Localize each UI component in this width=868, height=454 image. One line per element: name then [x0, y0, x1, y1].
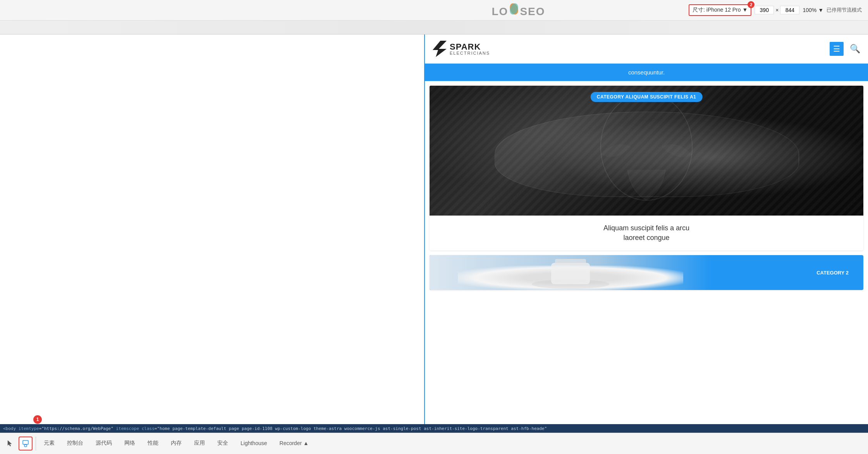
- page-tab-bar: [0, 21, 868, 35]
- logo-lo: LO: [492, 5, 508, 17]
- card2-image: [430, 255, 712, 290]
- card-body-1: Aliquam suscipit felis a arcu laoreet co…: [430, 216, 863, 250]
- devtools-bar: 元素 控制台 源代码 网络 性能 内存 应用 安全 Lighthouse Rec…: [0, 433, 868, 454]
- mobile-card-2: CATEGORY 2: [430, 255, 863, 290]
- search-icon[interactable]: 🔍: [850, 44, 860, 54]
- tab-lighthouse[interactable]: Lighthouse: [234, 433, 273, 454]
- size-label: 尺寸: iPhone 12 Pro ▼: [693, 7, 748, 14]
- spark-bolt-icon: [433, 41, 447, 57]
- logo-area: LO SEO: [348, 3, 689, 18]
- browser-logo: LO SEO: [492, 3, 545, 18]
- inspect-icon-btn[interactable]: [3, 437, 17, 451]
- tab-security[interactable]: 安全: [211, 433, 234, 454]
- hamburger-icon[interactable]: ☰: [830, 42, 844, 56]
- svg-rect-6: [555, 259, 586, 265]
- dimension-inputs: ×: [755, 6, 799, 14]
- tab-elements[interactable]: 元素: [38, 433, 61, 454]
- tab-memory[interactable]: 内存: [165, 433, 188, 454]
- power-saving-label: 已停用节流模式: [827, 7, 862, 14]
- zoom-label: 100% ▼: [803, 7, 823, 13]
- size-badge-2: 2: [748, 1, 755, 8]
- card-image-area: CATEGORY ALIQUAM SUSCIPIT FELIS A1: [430, 86, 863, 216]
- toolbar-right: 尺寸: iPhone 12 Pro ▼ 2 × 100% ▼ 已停用节流模式: [689, 4, 868, 16]
- spark-logo-text: SPARK ELECTRICIANS: [450, 43, 490, 55]
- mobile-card-1: CATEGORY ALIQUAM SUSCIPIT FELIS A1 Aliqu…: [430, 86, 863, 250]
- logo-seo: SEO: [520, 5, 545, 17]
- category-badge-text: CATEGORY ALIQUAM SUSCIPIT FELIS A1: [597, 94, 696, 100]
- banner-text: consequuntur.: [628, 69, 665, 76]
- browser-toolbar: LO SEO 尺寸: iPhone 12 Pro ▼ 2 × 100% ▼ 已停…: [0, 0, 868, 21]
- tab-application[interactable]: 应用: [188, 433, 211, 454]
- status-bar-text: <body itemtype="https://schema.org/WebPa…: [3, 426, 547, 431]
- mobile-header-icons: ☰ 🔍: [830, 42, 860, 56]
- tab-performance[interactable]: 性能: [141, 433, 165, 454]
- mobile-preview: SPARK ELECTRICIANS ☰ 🔍 consequuntur.: [424, 35, 868, 433]
- category2-badge: CATEGORY 2: [810, 267, 856, 279]
- device-toggle-btn[interactable]: [19, 437, 33, 451]
- device-icon: [22, 440, 29, 447]
- bulb-image: [430, 86, 863, 216]
- mobile-header: SPARK ELECTRICIANS ☰ 🔍: [425, 35, 868, 64]
- height-input[interactable]: [780, 6, 799, 14]
- svg-marker-2: [433, 41, 447, 57]
- logo-leaf-svg: [509, 3, 519, 15]
- spark-logo: SPARK ELECTRICIANS: [433, 41, 490, 57]
- devtools-tabs: 元素 控制台 源代码 网络 性能 内存 应用 安全 Lighthouse Rec…: [38, 433, 315, 454]
- tab-network[interactable]: 网络: [118, 433, 141, 454]
- badge-1: 1: [33, 415, 42, 424]
- tab-recorder[interactable]: Recorder ▲: [273, 433, 315, 454]
- mobile-banner: consequuntur.: [425, 64, 868, 81]
- size-selector[interactable]: 尺寸: iPhone 12 Pro ▼ 2: [689, 4, 751, 16]
- svg-rect-5: [551, 263, 590, 284]
- bulb-svg: [430, 86, 863, 216]
- card-title-line2: laoreet congue: [623, 234, 669, 242]
- main-content: SPARK ELECTRICIANS ☰ 🔍 consequuntur.: [0, 21, 868, 433]
- card-title-1: Aliquam suscipit felis a arcu laoreet co…: [437, 223, 856, 243]
- tab-console[interactable]: 控制台: [61, 433, 89, 454]
- svg-point-1: [509, 3, 519, 15]
- zoom-selector[interactable]: 100% ▼: [803, 7, 823, 13]
- spark-name: SPARK: [450, 43, 490, 51]
- category-badge-1: CATEGORY ALIQUAM SUSCIPIT FELIS A1: [591, 92, 703, 102]
- tab-sources[interactable]: 源代码: [89, 433, 118, 454]
- x-separator: ×: [775, 7, 779, 13]
- svg-rect-8: [24, 445, 27, 447]
- page-area: [0, 35, 424, 433]
- card-title-line1: Aliquam suscipit felis a arcu: [603, 224, 689, 232]
- card2-product-svg: [430, 255, 712, 290]
- spark-sub: ELECTRICIANS: [450, 51, 490, 55]
- devtools-icon-group: [3, 437, 36, 451]
- status-bar: <body itemtype="https://schema.org/WebPa…: [0, 424, 868, 433]
- cursor-icon: [7, 440, 14, 447]
- category2-badge-text: CATEGORY 2: [816, 270, 849, 276]
- width-input[interactable]: [755, 6, 774, 14]
- svg-rect-7: [23, 440, 28, 444]
